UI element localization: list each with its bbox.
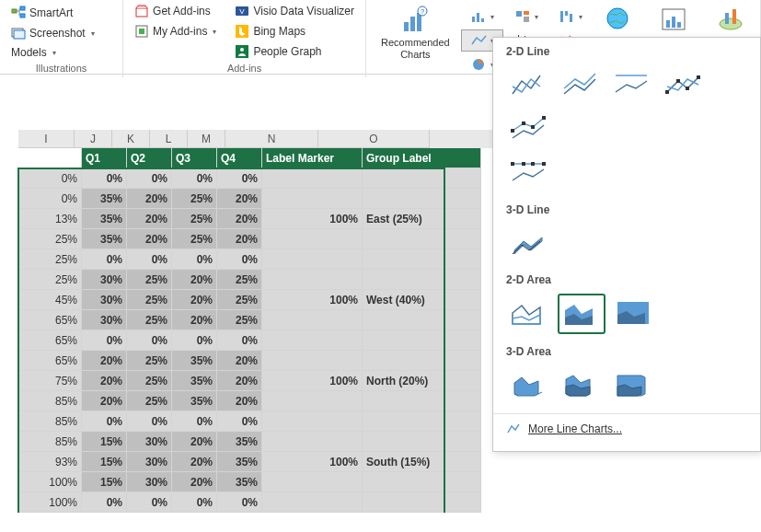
cell[interactable] bbox=[363, 249, 481, 270]
cell[interactable] bbox=[262, 411, 363, 432]
cell[interactable]: 0% bbox=[217, 168, 262, 189]
header-q1[interactable]: Q1 bbox=[82, 148, 127, 168]
3d-stacked-area-option[interactable] bbox=[558, 365, 604, 404]
stacked-line-option[interactable] bbox=[558, 65, 604, 104]
3d-100-stacked-area-option[interactable] bbox=[609, 365, 655, 404]
cell[interactable]: 30% bbox=[82, 270, 127, 290]
smartart-button[interactable]: SmartArt bbox=[7, 4, 115, 22]
cell[interactable]: 85% bbox=[18, 432, 82, 452]
col-header-o[interactable]: O bbox=[318, 130, 430, 148]
cell[interactable] bbox=[363, 270, 481, 290]
cell[interactable]: 0% bbox=[127, 168, 172, 189]
cell[interactable] bbox=[262, 168, 363, 189]
people-graph-button[interactable]: People Graph bbox=[231, 42, 358, 61]
cell[interactable]: 0% bbox=[82, 330, 127, 351]
cell[interactable]: 100% bbox=[18, 472, 82, 492]
col-header-m[interactable]: M bbox=[188, 130, 225, 148]
cell[interactable]: 0% bbox=[172, 249, 217, 270]
cell[interactable] bbox=[262, 249, 363, 270]
cell[interactable]: 0% bbox=[127, 330, 172, 351]
cell[interactable]: 20% bbox=[82, 351, 127, 371]
cell[interactable]: East (25%) bbox=[363, 209, 481, 229]
cell[interactable]: 25% bbox=[18, 249, 82, 270]
cell[interactable]: 25% bbox=[172, 209, 217, 229]
cell[interactable] bbox=[363, 391, 481, 411]
col-header-j[interactable]: J bbox=[75, 130, 112, 148]
area-option[interactable] bbox=[506, 294, 552, 332]
recommended-charts-button[interactable]: ? Recommended Charts bbox=[374, 2, 457, 75]
cell[interactable] bbox=[18, 148, 82, 168]
bing-maps-button[interactable]: Bing Maps bbox=[231, 22, 358, 40]
cell[interactable]: 20% bbox=[217, 229, 262, 249]
cell[interactable]: 0% bbox=[82, 168, 127, 189]
cell[interactable]: 0% bbox=[217, 330, 262, 351]
cell[interactable]: 0% bbox=[127, 492, 172, 513]
visio-button[interactable]: VVisio Data Visualizer bbox=[231, 2, 358, 20]
cell[interactable]: 35% bbox=[172, 391, 217, 411]
waterfall-chart-button[interactable]: ▾ bbox=[549, 6, 592, 28]
col-header-l[interactable]: L bbox=[150, 130, 188, 148]
cell[interactable]: 30% bbox=[127, 432, 172, 452]
cell[interactable]: 85% bbox=[18, 391, 82, 411]
col-header-k[interactable]: K bbox=[112, 130, 150, 148]
cell[interactable]: 0% bbox=[172, 330, 217, 351]
cell[interactable] bbox=[363, 168, 481, 189]
cell[interactable]: 25% bbox=[127, 371, 172, 391]
cell[interactable]: 100% bbox=[18, 492, 82, 513]
cell[interactable]: 65% bbox=[18, 330, 82, 351]
header-q2[interactable]: Q2 bbox=[127, 148, 172, 168]
cell[interactable] bbox=[262, 351, 363, 371]
stacked-line-markers-option[interactable] bbox=[506, 110, 552, 148]
cell[interactable]: 20% bbox=[172, 310, 217, 330]
cell[interactable]: 0% bbox=[217, 249, 262, 270]
cell[interactable]: 15% bbox=[82, 472, 127, 492]
cell[interactable]: 25% bbox=[127, 351, 172, 371]
cell[interactable] bbox=[363, 310, 481, 330]
cell[interactable]: 25% bbox=[18, 229, 82, 249]
cell[interactable]: 0% bbox=[217, 492, 262, 513]
line-markers-option[interactable] bbox=[661, 65, 707, 104]
cell[interactable] bbox=[262, 189, 363, 209]
hierarchy-chart-button[interactable]: ▾ bbox=[505, 6, 548, 28]
cell[interactable]: 20% bbox=[172, 290, 217, 310]
100-stacked-line-markers-option[interactable] bbox=[506, 154, 552, 192]
cell[interactable]: 65% bbox=[18, 351, 82, 371]
cell[interactable]: 0% bbox=[217, 411, 262, 432]
100-stacked-area-option[interactable] bbox=[611, 294, 657, 332]
cell[interactable] bbox=[363, 330, 481, 351]
cell[interactable]: 25% bbox=[127, 310, 172, 330]
cell[interactable]: 20% bbox=[82, 391, 127, 411]
cell[interactable] bbox=[363, 229, 481, 249]
cell[interactable] bbox=[363, 472, 481, 492]
cell[interactable]: 25% bbox=[127, 270, 172, 290]
cell[interactable]: 0% bbox=[172, 168, 217, 189]
cell[interactable]: 25% bbox=[217, 290, 262, 310]
cell[interactable]: 0% bbox=[82, 411, 127, 432]
cell[interactable] bbox=[363, 432, 481, 452]
cell[interactable]: 45% bbox=[18, 290, 82, 310]
models-button[interactable]: Models▾ bbox=[7, 44, 115, 61]
cell[interactable]: 0% bbox=[127, 411, 172, 432]
cell[interactable]: 25% bbox=[127, 290, 172, 310]
cell[interactable]: 25% bbox=[172, 229, 217, 249]
cell[interactable]: 0% bbox=[18, 189, 82, 209]
cell[interactable] bbox=[363, 492, 481, 513]
cell[interactable]: 20% bbox=[127, 229, 172, 249]
cell[interactable]: 100% bbox=[262, 371, 363, 391]
cell[interactable]: 20% bbox=[172, 432, 217, 452]
cell[interactable]: 20% bbox=[217, 209, 262, 229]
3d-area-option[interactable] bbox=[506, 365, 552, 404]
header-q4[interactable]: Q4 bbox=[217, 148, 262, 168]
cell[interactable]: 13% bbox=[18, 209, 82, 229]
cell[interactable]: 100% bbox=[262, 290, 363, 310]
cell[interactable]: 30% bbox=[127, 472, 172, 492]
cell[interactable] bbox=[262, 432, 363, 452]
cell[interactable]: 75% bbox=[18, 371, 82, 391]
cell[interactable]: 0% bbox=[82, 249, 127, 270]
cell[interactable]: 35% bbox=[217, 472, 262, 492]
cell[interactable]: 65% bbox=[18, 310, 82, 330]
cell[interactable]: 35% bbox=[217, 452, 262, 472]
cell[interactable]: 35% bbox=[82, 209, 127, 229]
cell[interactable]: 0% bbox=[18, 168, 82, 189]
header-q3[interactable]: Q3 bbox=[172, 148, 217, 168]
